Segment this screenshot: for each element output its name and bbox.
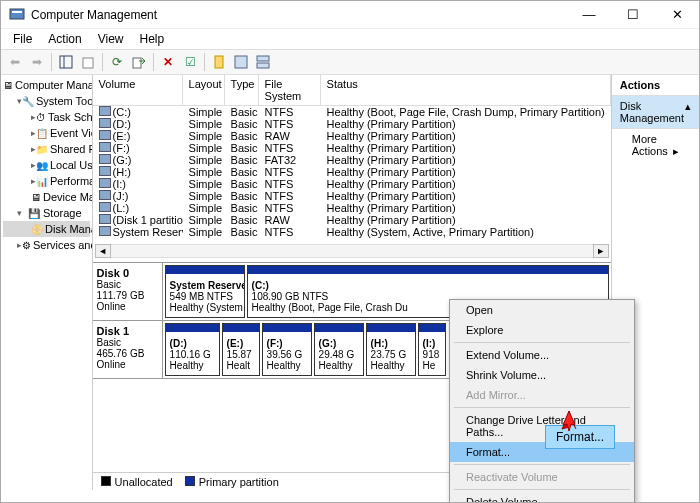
refresh-icon[interactable]: ⟳ [107,52,127,72]
disk1-partition[interactable]: (I:)918He [418,323,446,376]
disk1-partition[interactable]: (G:)29.48 GHealthy [314,323,364,376]
horizontal-scrollbar[interactable]: ◄ ► [95,244,609,258]
tree-task-scheduler[interactable]: ▸⏱Task Scheduler [3,109,90,125]
tree-device-manager[interactable]: 🖥Device Manager [3,189,90,205]
svg-rect-9 [257,63,269,68]
close-button[interactable]: ✕ [655,1,699,29]
app-icon [9,7,25,23]
layout1-icon[interactable] [231,52,251,72]
tree-storage[interactable]: ▾💾Storage [3,205,90,221]
svg-rect-5 [133,58,141,68]
props-icon[interactable] [78,52,98,72]
maximize-button[interactable]: ☐ [611,1,655,29]
context-menu: Open Explore Extend Volume... Shrink Vol… [449,299,635,503]
disk1-partition[interactable]: (H:)23.75 GHealthy [366,323,416,376]
toolbar: ⬅ ➡ ⟳ ✕ ☑ [1,49,699,75]
svg-rect-1 [12,11,22,13]
show-hide-icon[interactable] [56,52,76,72]
volume-icon [99,106,111,116]
volume-icon [99,190,111,200]
volume-row[interactable]: (G:)SimpleBasicFAT32Healthy (Primary Par… [93,154,611,166]
volume-row[interactable]: (J:)SimpleBasicNTFSHealthy (Primary Part… [93,190,611,202]
tooltip: Format... [545,425,615,449]
tree-performance[interactable]: ▸📊Performance [3,173,90,189]
disk0-partition-system-reserved[interactable]: System Reserve549 MB NTFSHealthy (System… [165,265,245,318]
tree-event-viewer[interactable]: ▸📋Event Viewer [3,125,90,141]
col-volume[interactable]: Volume [93,75,183,105]
volume-icon [99,118,111,128]
disk1-partition[interactable]: (E:)15.87Healt [222,323,260,376]
layout2-icon[interactable] [253,52,273,72]
delete-icon[interactable]: ✕ [158,52,178,72]
volume-icon [99,214,111,224]
actions-disk-management[interactable]: Disk Management▴ [612,96,699,129]
nav-tree: 🖥Computer Management (Local ▾🔧System Too… [1,75,93,490]
col-type[interactable]: Type [225,75,259,105]
volume-row[interactable]: (L:)SimpleBasicNTFSHealthy (Primary Part… [93,202,611,214]
disk-0-info[interactable]: Disk 0 Basic 111.79 GB Online [93,263,163,320]
svg-rect-6 [215,56,223,68]
titlebar: Computer Management — ☐ ✕ [1,1,699,29]
volume-icon [99,130,111,140]
menu-shrink-volume[interactable]: Shrink Volume... [450,365,634,385]
volume-icon [99,226,111,236]
actions-header: Actions [612,75,699,96]
volume-row[interactable]: System Reserved (K:)SimpleBasicNTFSHealt… [93,226,611,238]
volume-icon [99,178,111,188]
col-status[interactable]: Status [321,75,611,105]
svg-rect-0 [10,9,24,19]
menu-help[interactable]: Help [132,30,173,48]
legend-primary-icon [185,476,195,486]
window-title: Computer Management [31,8,567,22]
chevron-right-icon: ▸ [673,145,679,158]
menubar: File Action View Help [1,29,699,49]
volume-row[interactable]: (C:)SimpleBasicNTFSHealthy (Boot, Page F… [93,106,611,118]
svg-rect-8 [257,56,269,61]
volume-row[interactable]: (E:)SimpleBasicRAWHealthy (Primary Parti… [93,130,611,142]
tree-shared-folders[interactable]: ▸📁Shared Folders [3,141,90,157]
volume-row[interactable]: (D:)SimpleBasicNTFSHealthy (Primary Part… [93,118,611,130]
forward-icon[interactable]: ➡ [27,52,47,72]
volume-icon [99,142,111,152]
disk1-partition[interactable]: (F:)39.56 GHealthy [262,323,312,376]
menu-delete-volume[interactable]: Delete Volume... [450,492,634,503]
collapse-icon: ▴ [685,100,691,124]
menu-explore[interactable]: Explore [450,320,634,340]
tree-root[interactable]: 🖥Computer Management (Local [3,77,90,93]
volume-row[interactable]: (I:)SimpleBasicNTFSHealthy (Primary Part… [93,178,611,190]
properties-icon[interactable]: ☑ [180,52,200,72]
col-layout[interactable]: Layout [183,75,225,105]
col-fs[interactable]: File System [259,75,321,105]
svg-rect-4 [83,58,93,68]
legend-unallocated-icon [101,476,111,486]
tree-disk-management[interactable]: 📀Disk Management [3,221,90,237]
scroll-right-icon[interactable]: ► [593,244,609,258]
menu-extend-volume[interactable]: Extend Volume... [450,345,634,365]
volume-table-header: Volume Layout Type File System Status [93,75,611,106]
back-icon[interactable]: ⬅ [5,52,25,72]
svg-rect-2 [60,56,72,68]
tree-services[interactable]: ▸⚙Services and Applications [3,237,90,253]
tree-system-tools[interactable]: ▾🔧System Tools [3,93,90,109]
svg-rect-7 [235,56,247,68]
actions-more[interactable]: More Actions▸ [612,129,699,161]
tree-local-users[interactable]: ▸👥Local Users and Groups [3,157,90,173]
disk1-partition[interactable]: (D:)110.16 GHealthy [165,323,220,376]
menu-view[interactable]: View [90,30,132,48]
volume-icon [99,154,111,164]
menu-action[interactable]: Action [40,30,89,48]
help-icon[interactable] [209,52,229,72]
menu-file[interactable]: File [5,30,40,48]
volume-row[interactable]: (Disk 1 partition 2)SimpleBasicRAWHealth… [93,214,611,226]
disk-1-info[interactable]: Disk 1 Basic 465.76 GB Online [93,321,163,378]
menu-open[interactable]: Open [450,300,634,320]
volume-icon [99,166,111,176]
volume-icon [99,202,111,212]
menu-reactivate: Reactivate Volume [450,467,634,487]
cursor-pointer-icon [559,409,579,437]
scroll-left-icon[interactable]: ◄ [95,244,111,258]
volume-row[interactable]: (H:)SimpleBasicNTFSHealthy (Primary Part… [93,166,611,178]
volume-row[interactable]: (F:)SimpleBasicNTFSHealthy (Primary Part… [93,142,611,154]
minimize-button[interactable]: — [567,1,611,29]
export-icon[interactable] [129,52,149,72]
